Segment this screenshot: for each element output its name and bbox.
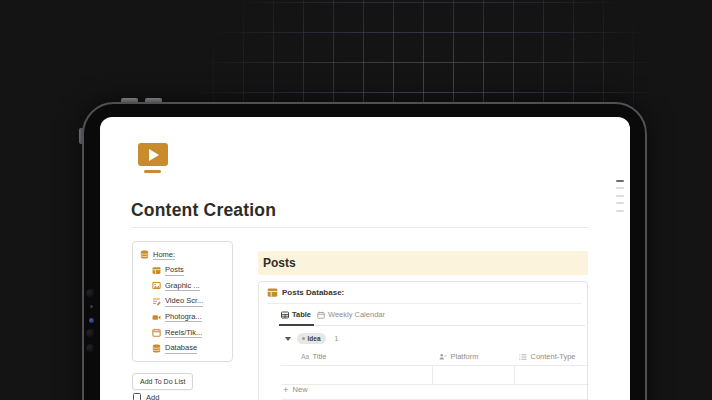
tv-play-icon	[138, 143, 168, 166]
title-divider	[132, 227, 588, 228]
tab-label: Weekly Calendar	[328, 310, 385, 319]
group-count: 1	[335, 335, 339, 342]
outline-line-icon	[616, 210, 624, 212]
sidebar-item-reels-tiktok[interactable]: Reels/Tik...	[133, 325, 232, 341]
sidebar-item-graphic[interactable]: Graphic ...	[133, 278, 232, 294]
outline-line-icon	[616, 202, 624, 204]
group-tag-pill[interactable]: Idea	[297, 333, 326, 344]
posts-database-card: Posts Database: Table Weekly Calendar Id…	[258, 281, 588, 400]
new-row-label: New	[293, 385, 308, 394]
sidebar-item-label: Database	[165, 343, 197, 354]
app-screen: Content Creation Home: Posts Graphic ...…	[100, 117, 630, 400]
collapse-triangle-icon[interactable]	[285, 337, 291, 341]
tablet-camera-lens	[86, 344, 95, 353]
tabs-divider	[279, 325, 585, 326]
outline-line-icon	[616, 195, 624, 197]
todo-checkbox[interactable]	[133, 393, 141, 400]
tablet-camera-mic-dot	[90, 305, 93, 308]
sidebar-item-video-script[interactable]: Video Scr...	[133, 294, 232, 310]
list-icon	[519, 353, 527, 361]
new-row-button[interactable]: + New	[283, 385, 308, 394]
database-icon	[152, 344, 161, 353]
calendar-view-icon	[317, 311, 325, 319]
text-property-icon: Aa	[301, 353, 309, 360]
desktop-background: Content Creation Home: Posts Graphic ...…	[0, 0, 712, 400]
table-view-icon	[281, 311, 289, 319]
sidebar-item-label: Graphic ...	[165, 281, 200, 292]
sidebar-item-home[interactable]: Home:	[133, 247, 232, 263]
sidebar-item-label: Photogra...	[165, 312, 202, 323]
outline-line-icon	[616, 180, 624, 182]
sidebar-item-photography[interactable]: Photogra...	[133, 309, 232, 325]
page-title: Content Creation	[131, 200, 276, 221]
column-header-platform[interactable]: Platform	[439, 352, 478, 361]
sidebar-item-posts[interactable]: Posts	[133, 263, 232, 279]
column-header-title[interactable]: Aa Title	[301, 352, 326, 361]
tag-dot-icon	[302, 337, 305, 340]
database-icon	[140, 250, 149, 259]
plus-icon: +	[283, 385, 289, 394]
table-row-border	[281, 384, 589, 385]
database-header-divider	[267, 303, 581, 304]
tablet-camera-sensor	[89, 318, 94, 323]
tab-table[interactable]: Table	[281, 310, 311, 319]
sidebar-links-card: Home: Posts Graphic ... Video Scr... Pho…	[132, 241, 233, 362]
page-outline-widget[interactable]	[616, 180, 624, 217]
tv-stand-icon	[144, 170, 161, 174]
database-title[interactable]: Posts Database:	[282, 288, 344, 297]
todo-item-row: Add	[133, 393, 159, 400]
table-cell-divider	[432, 365, 433, 384]
sidebar-item-label: Video Scr...	[165, 296, 203, 307]
table-cell-divider	[514, 365, 515, 384]
video-camera-icon	[152, 313, 161, 322]
table-icon	[267, 287, 278, 298]
column-label: Content-Type	[531, 352, 576, 361]
sidebar-item-database[interactable]: Database	[133, 341, 232, 357]
group-row-idea: Idea 1	[285, 333, 338, 344]
column-label: Platform	[451, 352, 479, 361]
person-check-icon	[439, 353, 447, 361]
group-tag-label: Idea	[308, 335, 321, 342]
add-todo-list-button[interactable]: Add To Do List	[132, 373, 193, 390]
script-icon	[152, 297, 161, 306]
posts-section-banner: Posts	[258, 251, 588, 275]
outline-line-icon	[616, 187, 624, 189]
column-label: Title	[312, 352, 326, 361]
column-header-content-type[interactable]: Content-Type	[519, 352, 576, 361]
todo-item-label: Add	[146, 393, 159, 400]
tab-label: Table	[292, 310, 311, 319]
sidebar-item-label: Posts	[165, 265, 184, 276]
image-icon	[152, 281, 161, 290]
calendar-icon	[152, 328, 161, 337]
sidebar-item-label: Reels/Tik...	[165, 328, 202, 339]
table-icon	[152, 266, 161, 275]
table-row-border	[281, 365, 589, 366]
tablet-camera-lens	[86, 289, 95, 298]
active-tab-indicator	[279, 324, 314, 326]
posts-section-heading: Posts	[263, 256, 296, 270]
tablet-camera-lens	[86, 329, 95, 338]
tab-weekly-calendar[interactable]: Weekly Calendar	[317, 310, 385, 319]
sidebar-item-label: Home:	[153, 250, 175, 261]
